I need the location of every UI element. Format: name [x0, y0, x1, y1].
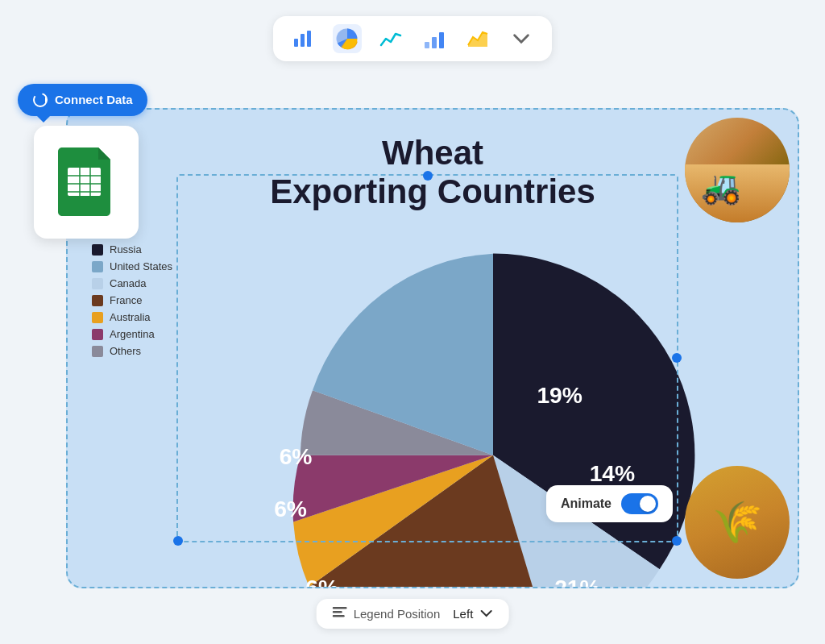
data-source-card[interactable]: [34, 126, 139, 239]
svg-text:19%: 19%: [537, 382, 582, 408]
svg-rect-2: [307, 31, 311, 47]
pie-chart-button[interactable]: [333, 24, 362, 53]
slide-container: Connect Data Wheat: [26, 76, 799, 629]
connect-data-button[interactable]: Connect Data: [18, 84, 147, 116]
animate-label: Animate: [561, 497, 611, 511]
svg-rect-5: [432, 37, 437, 48]
legend-item-argentina: Argentina: [92, 328, 197, 340]
legend-position-toolbar: Legend Position Left: [317, 599, 509, 629]
google-sheets-icon: [58, 147, 114, 216]
more-charts-button[interactable]: [507, 24, 536, 53]
legend-item-russia: Russia: [92, 243, 197, 256]
legend-position-value: Left: [453, 607, 473, 621]
bar-chart-button[interactable]: [289, 24, 318, 53]
svg-rect-24: [333, 615, 345, 617]
chart-type-toolbar: [273, 16, 552, 61]
chart-legend: Russia United States Canada France: [92, 227, 197, 357]
chart-area: Russia United States Canada France: [84, 227, 781, 588]
svg-rect-6: [439, 32, 444, 48]
animate-toggle[interactable]: [621, 493, 658, 514]
slide-title: Wheat Exporting Countries: [84, 134, 781, 212]
svg-text:14%: 14%: [590, 460, 636, 486]
legend-item-france: France: [92, 294, 197, 306]
svg-rect-23: [333, 611, 342, 613]
legend-color-australia: [92, 312, 103, 323]
legend-item-others: Others: [92, 345, 197, 357]
svg-text:6%: 6%: [280, 443, 313, 469]
legend-item-canada: Canada: [92, 277, 197, 289]
tractor-photo: [685, 118, 790, 222]
legend-color-argentina: [92, 329, 103, 340]
legend-position-label-group: Legend Position: [333, 607, 441, 621]
svg-text:6%: 6%: [274, 496, 307, 521]
area-chart-button[interactable]: [463, 24, 492, 53]
svg-text:21%: 21%: [554, 575, 600, 588]
line-chart-button[interactable]: [376, 24, 405, 53]
legend-position-text: Legend Position: [354, 607, 441, 621]
svg-text:6%: 6%: [305, 575, 338, 588]
wheat-photo: 🌾: [685, 466, 790, 579]
legend-color-france: [92, 295, 103, 306]
animate-card: Animate: [546, 485, 673, 522]
legend-position-icon: [333, 607, 347, 620]
slide-background: Wheat Exporting Countries Russia: [66, 108, 799, 588]
legend-color-russia: [92, 244, 103, 256]
svg-rect-4: [425, 42, 429, 48]
chevron-down-icon: [479, 609, 492, 618]
svg-rect-0: [294, 39, 298, 47]
legend-item-usa: United States: [92, 260, 197, 272]
legend-item-australia: Australia: [92, 311, 197, 323]
refresh-icon: [32, 92, 48, 108]
app-container: Connect Data Wheat: [26, 16, 799, 629]
legend-position-select[interactable]: Left: [453, 607, 492, 621]
svg-rect-22: [333, 607, 347, 609]
column-chart-button[interactable]: [420, 24, 449, 53]
legend-color-canada: [92, 278, 103, 289]
legend-color-usa: [92, 261, 103, 272]
legend-color-others: [92, 346, 103, 357]
svg-rect-1: [301, 34, 305, 47]
connect-data-label: Connect Data: [55, 93, 133, 106]
svg-point-7: [34, 93, 47, 106]
